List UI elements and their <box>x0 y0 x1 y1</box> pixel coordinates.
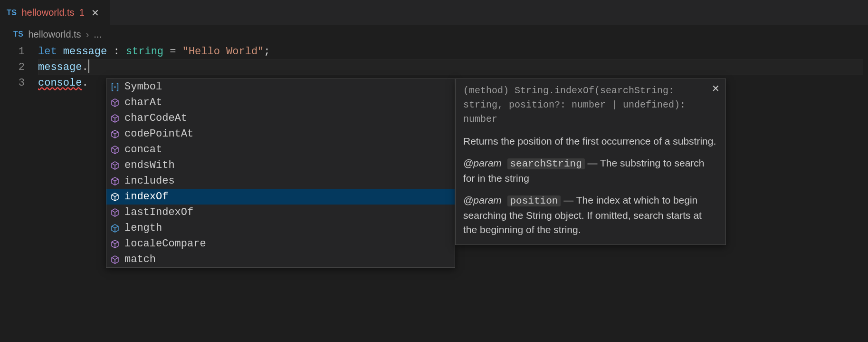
suggestion-item[interactable]: length <box>106 220 455 236</box>
code-line[interactable]: 1 let message : string = "Hello World" ; <box>0 44 868 59</box>
suggestion-label: includes <box>124 175 175 187</box>
token-punctuation: ; <box>264 44 270 59</box>
token-variable: message <box>63 44 107 59</box>
method-icon <box>110 192 120 202</box>
suggestion-item[interactable]: indexOf <box>106 189 455 205</box>
param-tag: @param <box>463 195 502 205</box>
suggestion-label: length <box>124 222 162 234</box>
suggestion-item[interactable]: charCodeAt <box>106 110 455 126</box>
method-icon <box>110 98 120 107</box>
suggestion-item[interactable]: codePointAt <box>106 126 455 142</box>
suggestion-item[interactable]: charAt <box>106 95 455 110</box>
method-icon <box>110 114 120 123</box>
breadcrumb-file: helloworld.ts <box>28 29 81 40</box>
line-number: 1 <box>0 44 38 59</box>
line-number: 2 <box>0 59 38 75</box>
breadcrumb[interactable]: TS helloworld.ts › ... <box>0 25 868 44</box>
intellisense-popup[interactable]: SymbolcharAtcharCodeAtcodePointAtconcate… <box>106 78 455 268</box>
text-cursor <box>88 59 89 73</box>
typescript-icon: TS <box>13 30 23 39</box>
chevron-right-icon: › <box>86 29 89 40</box>
tab-helloworld[interactable]: TS helloworld.ts 1 ✕ <box>0 0 110 25</box>
token-punctuation: : <box>107 44 126 59</box>
method-documentation: Returns the position of the first occurr… <box>463 134 718 237</box>
suggestion-item[interactable]: match <box>106 252 455 267</box>
method-icon <box>110 176 120 186</box>
svg-point-0 <box>114 86 116 88</box>
suggestion-item[interactable]: localeCompare <box>106 236 455 252</box>
param-name: searchString <box>507 158 585 169</box>
token-error: console <box>38 75 82 91</box>
intellisense-details: ✕ (method) String.indexOf(searchString: … <box>455 78 726 245</box>
suggestion-label: charAt <box>124 97 162 108</box>
suggestion-label: indexOf <box>124 191 168 203</box>
token-punctuation: . <box>82 75 88 91</box>
method-icon <box>110 161 120 170</box>
param-name: position <box>507 195 561 206</box>
token-keyword: let <box>38 44 57 59</box>
suggestion-label: lastIndexOf <box>124 206 193 218</box>
method-icon <box>110 239 120 249</box>
breadcrumb-rest: ... <box>94 29 102 40</box>
suggestion-item[interactable]: includes <box>106 173 455 189</box>
field-icon <box>110 224 120 233</box>
method-icon <box>110 145 120 155</box>
suggestion-label: charCodeAt <box>124 112 187 124</box>
close-icon[interactable]: ✕ <box>89 7 101 19</box>
param-tag: @param <box>463 157 502 168</box>
suggestion-item[interactable]: endsWith <box>106 157 455 173</box>
token-punctuation: . <box>82 59 88 75</box>
suggestion-label: concat <box>124 144 162 156</box>
close-icon[interactable]: ✕ <box>712 83 720 94</box>
line-number: 3 <box>0 75 38 91</box>
doc-description: Returns the position of the first occurr… <box>463 134 718 148</box>
tab-bar: TS helloworld.ts 1 ✕ <box>0 0 868 25</box>
typescript-icon: TS <box>7 9 17 17</box>
suggestion-label: match <box>124 254 156 265</box>
method-signature: (method) String.indexOf(searchString: st… <box>463 84 718 127</box>
method-icon <box>110 255 120 264</box>
code-line[interactable]: 2 message . <box>0 59 868 75</box>
suggestion-label: codePointAt <box>124 128 193 140</box>
interface-icon <box>110 82 120 92</box>
suggestion-item[interactable]: lastIndexOf <box>106 205 455 220</box>
token-operator: = <box>163 44 182 59</box>
suggestion-item[interactable]: Symbol <box>106 79 455 95</box>
token-variable: message <box>38 59 82 75</box>
token-string: "Hello World" <box>182 44 264 59</box>
suggestion-label: Symbol <box>124 81 162 93</box>
tab-filename: helloworld.ts <box>21 7 74 18</box>
suggestion-label: localeCompare <box>124 238 206 250</box>
suggestion-item[interactable]: concat <box>106 142 455 157</box>
token-type: string <box>126 44 163 59</box>
doc-param: @param searchString — The substring to s… <box>463 156 718 186</box>
method-icon <box>110 208 120 217</box>
method-icon <box>110 129 120 139</box>
suggestion-label: endsWith <box>124 159 175 171</box>
doc-param: @param position — The index at which to … <box>463 193 718 237</box>
tab-problem-count: 1 <box>79 7 85 18</box>
